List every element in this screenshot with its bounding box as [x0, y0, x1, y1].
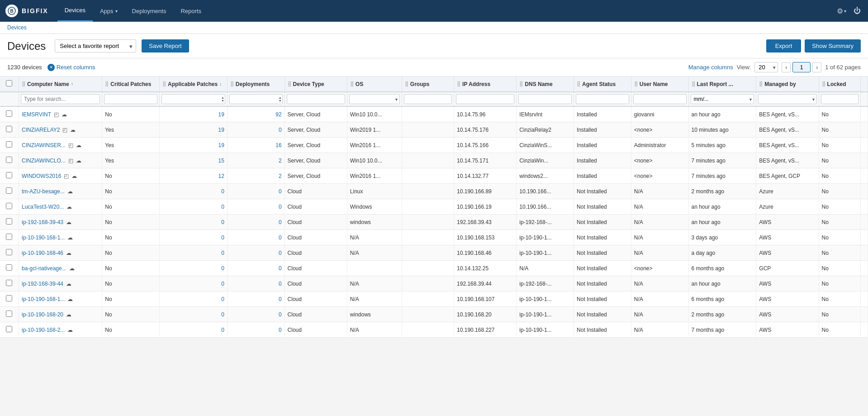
filter-lastreport-select[interactable]: mm/...	[691, 94, 754, 104]
nav-devices[interactable]: Devices	[57, 0, 93, 22]
row-dns: ip-10-190-1...	[517, 230, 574, 245]
row-checkbox[interactable]	[6, 126, 12, 132]
col-header-agent[interactable]: ⣿ Agent Status	[574, 77, 631, 92]
breadcrumb: Devices	[0, 22, 868, 34]
nav-deployments[interactable]: Deployments	[125, 0, 174, 22]
filter-user-input[interactable]	[633, 94, 687, 104]
reset-columns-button[interactable]: ✕ Reset columns	[47, 64, 95, 71]
select-all-header[interactable]	[0, 77, 19, 92]
row-checkbox[interactable]	[6, 311, 12, 317]
export-button[interactable]: Export	[766, 39, 802, 53]
filter-dns-cell	[517, 92, 574, 106]
filter-agent-input[interactable]	[576, 94, 629, 104]
view-select-wrapper: 20 50 100	[754, 62, 778, 72]
row-checkbox[interactable]	[6, 157, 12, 163]
prev-page-button[interactable]: ‹	[782, 62, 791, 72]
row-lastreport: an hour ago	[688, 276, 756, 292]
computer-name-link[interactable]: tm-AZU-besage...	[22, 188, 65, 195]
row-checkbox[interactable]	[6, 264, 12, 271]
row-checkbox[interactable]	[6, 187, 12, 194]
show-summary-button[interactable]: Show Summary	[805, 39, 861, 53]
computer-name-link[interactable]: ip-192-168-39-43	[22, 219, 63, 225]
computer-name-link[interactable]: LucaTest3-W20...	[22, 204, 64, 210]
row-checkbox[interactable]	[6, 141, 12, 148]
row-critical: No	[102, 230, 160, 245]
computer-name-link[interactable]: WINDOWS2016	[22, 173, 61, 179]
computer-name-link[interactable]: ip-10-190-168-1...	[22, 296, 65, 302]
computer-name-link[interactable]: IEMSRVINT	[22, 111, 51, 118]
col-header-devtype[interactable]: ⣿ Device Type	[285, 77, 347, 92]
row-ip: 10.190.166.19	[454, 199, 517, 215]
row-checkbox[interactable]	[6, 110, 12, 117]
filter-os-select[interactable]	[349, 94, 400, 104]
computer-name-link[interactable]: ip-192-168-39-44	[22, 281, 63, 287]
row-checkbox[interactable]	[6, 280, 12, 286]
col-header-os[interactable]: ⣿ OS	[347, 77, 402, 92]
filter-managedby-select[interactable]	[758, 94, 816, 104]
col-header-computer[interactable]: ⣿ Computer Name ↑	[19, 77, 102, 92]
col-header-lastreport[interactable]: ⣿ Last Report ...	[688, 77, 756, 92]
filter-groups-input[interactable]	[404, 94, 452, 104]
stepper-dep-down[interactable]: ▼	[279, 99, 282, 102]
select-all-checkbox[interactable]	[6, 80, 12, 86]
app-logo[interactable]: B BIGFIX	[5, 5, 48, 17]
row-checkbox[interactable]	[6, 326, 12, 332]
favorite-report-select[interactable]: Select a favorite report	[55, 39, 136, 53]
filter-deployments-input[interactable]	[229, 94, 283, 104]
col-header-user[interactable]: ⣿ User Name	[631, 77, 688, 92]
computer-name-link[interactable]: ip-10-190-168-20	[22, 311, 63, 318]
row-checkbox[interactable]	[6, 249, 12, 255]
col-header-deployments[interactable]: ⣿ Deployments	[227, 77, 285, 92]
computer-name-link[interactable]: ip-10-190-168-2...	[22, 327, 65, 333]
filter-applicable-input[interactable]	[161, 94, 225, 104]
stepper-dep-up[interactable]: ▲	[279, 96, 282, 99]
page-info: 1 of 62 pages	[825, 64, 861, 71]
row-applicable: 0	[160, 215, 228, 230]
row-checkbox[interactable]	[6, 218, 12, 225]
stepper-up[interactable]: ▲	[221, 96, 224, 99]
filter-locked-input[interactable]	[821, 94, 859, 104]
col-header-groups[interactable]: ⣿ Groups	[402, 77, 454, 92]
breadcrumb-link[interactable]: Devices	[7, 24, 27, 31]
view-count-select[interactable]: 20 50 100	[754, 62, 778, 72]
settings-button[interactable]: ⚙ ▾	[835, 5, 848, 17]
computer-name-link[interactable]: CINZIAWINCLO...	[22, 158, 66, 164]
filter-ip-input[interactable]	[456, 94, 514, 104]
row-os: Win10 10.0...	[347, 153, 402, 168]
row-checkbox[interactable]	[6, 295, 12, 301]
row-checkbox[interactable]	[6, 172, 12, 178]
computer-name-link[interactable]: ip-10-190-168-46	[22, 250, 63, 256]
filter-os-wrapper	[349, 94, 400, 104]
row-managedby: AWS	[756, 215, 819, 230]
computer-name-link[interactable]: ba-gcl-nativeage...	[22, 265, 66, 272]
page-number-input[interactable]	[792, 62, 811, 72]
col-header-critical[interactable]: ⣿ Critical Patches	[102, 77, 160, 92]
stepper-down[interactable]: ▼	[221, 99, 224, 102]
filter-devtype-input[interactable]	[287, 94, 345, 104]
power-button[interactable]: ⏻	[852, 5, 863, 17]
cloud-icon: ☁	[66, 281, 71, 287]
col-header-managedby[interactable]: ⣿ Managed by	[756, 77, 819, 92]
next-page-button[interactable]: ›	[812, 62, 821, 72]
row-checkbox[interactable]	[6, 234, 12, 240]
col-header-applicable[interactable]: ⣿ Applicable Patches ↓	[160, 77, 228, 92]
row-dns: ip-10-190-1...	[517, 292, 574, 307]
computer-name-link[interactable]: CINZIAWINSER...	[22, 142, 66, 148]
row-os	[347, 261, 402, 276]
save-report-button[interactable]: Save Report	[142, 39, 189, 53]
row-checkbox-cell	[0, 276, 19, 292]
filter-critical-input[interactable]	[104, 94, 157, 104]
computer-name-link[interactable]: ip-10-190-168-1...	[22, 234, 65, 241]
nav-apps[interactable]: Apps ▾	[93, 0, 125, 22]
row-os: N/A	[347, 276, 402, 292]
col-header-dns[interactable]: ⣿ DNS Name	[517, 77, 574, 92]
col-header-locked[interactable]: ⣿ Locked	[819, 77, 860, 92]
row-os: Windows	[347, 199, 402, 215]
filter-dns-input[interactable]	[518, 94, 572, 104]
nav-reports[interactable]: Reports	[173, 0, 209, 22]
col-header-ip[interactable]: ⣿ IP Address	[454, 77, 517, 92]
filter-computer-input[interactable]	[21, 94, 100, 104]
computer-name-link[interactable]: CINZIARELAY2	[22, 127, 60, 133]
manage-columns-button[interactable]: Manage columns	[688, 64, 733, 71]
row-checkbox[interactable]	[6, 203, 12, 209]
